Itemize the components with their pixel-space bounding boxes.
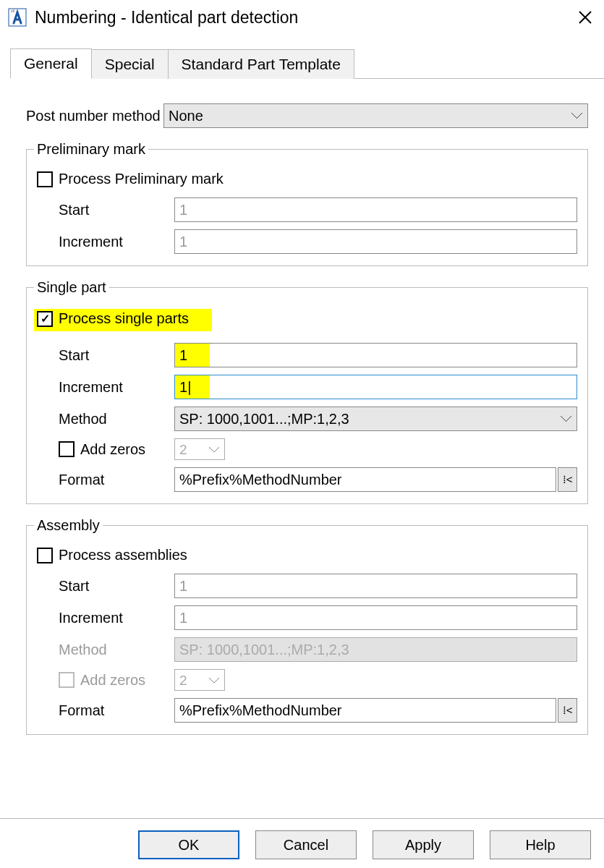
process-assembly-checkbox[interactable] (37, 548, 53, 563)
tab-general[interactable]: General (10, 48, 92, 79)
assembly-start-input (174, 574, 577, 598)
post-number-method-row: Post number method None (26, 103, 588, 128)
window-title: Numbering - Identical part detection (33, 8, 569, 27)
process-single-label: Process single parts (59, 310, 189, 327)
single-start-label: Start (37, 347, 174, 364)
single-start-input[interactable] (174, 343, 577, 367)
preliminary-mark-group: Preliminary mark Process Preliminary mar… (26, 141, 588, 266)
single-add-zeros-label: Add zeros (80, 441, 145, 458)
assembly-format-label: Format (37, 702, 174, 719)
assembly-format-picker-button[interactable]: ⁞< (558, 698, 577, 723)
process-single-row[interactable]: Process single parts (37, 309, 577, 331)
assembly-increment-label: Increment (37, 610, 174, 626)
assembly-method-label: Method (37, 642, 174, 658)
single-format-input[interactable] (174, 467, 556, 492)
titlebar: stl Numbering - Identical part detection (0, 0, 604, 35)
svg-text:stl: stl (11, 9, 14, 13)
single-format-label: Format (37, 472, 174, 488)
assembly-method-select: SP: 1000,1001...;MP:1,2,3 (174, 637, 577, 662)
process-assembly-label: Process assemblies (59, 547, 187, 563)
process-preliminary-checkbox[interactable] (37, 171, 53, 187)
preliminary-start-label: Start (37, 202, 174, 218)
assembly-legend: Assembly (34, 517, 103, 534)
post-number-method-select[interactable]: None (163, 103, 588, 128)
close-icon (578, 10, 592, 25)
single-method-label: Method (37, 411, 174, 427)
form-area: Post number method None Preliminary mark… (0, 79, 604, 735)
button-bar: OK Cancel Apply Help (0, 818, 604, 859)
assembly-format-input[interactable] (174, 698, 556, 723)
single-increment-value: 1| (175, 375, 210, 399)
single-add-zeros-checkbox[interactable] (59, 441, 75, 457)
assembly-zeros-select: 2 (174, 669, 225, 691)
app-icon: stl (7, 7, 27, 27)
process-single-checkbox[interactable] (37, 311, 53, 327)
process-preliminary-row[interactable]: Process Preliminary mark (37, 171, 577, 187)
single-part-legend: Single part (34, 279, 109, 296)
assembly-increment-input (174, 605, 577, 630)
tab-special[interactable]: Special (91, 49, 169, 79)
preliminary-increment-input (174, 229, 577, 254)
assembly-add-zeros-label: Add zeros (80, 672, 145, 689)
single-increment-input[interactable] (174, 375, 577, 399)
apply-button[interactable]: Apply (373, 830, 474, 859)
post-number-method-label: Post number method (26, 108, 163, 124)
tab-row: General Special Standard Part Template (10, 48, 604, 79)
preliminary-start-input (174, 197, 577, 222)
help-button[interactable]: Help (490, 830, 591, 859)
process-preliminary-label: Process Preliminary mark (59, 171, 224, 187)
preliminary-mark-legend: Preliminary mark (34, 141, 148, 158)
assembly-group: Assembly Process assemblies Start Increm… (26, 517, 588, 735)
picker-icon: ⁞< (563, 704, 573, 717)
single-part-group: Single part Process single parts Start 1… (26, 279, 588, 504)
single-format-picker-button[interactable]: ⁞< (558, 467, 577, 492)
close-button[interactable] (569, 1, 601, 33)
ok-button[interactable]: OK (138, 830, 239, 859)
picker-icon: ⁞< (563, 473, 573, 486)
tab-standard-part-template[interactable]: Standard Part Template (168, 49, 354, 79)
single-method-select[interactable]: SP: 1000,1001...;MP:1,2,3 (174, 407, 577, 431)
single-start-value: 1 (175, 344, 210, 367)
process-assembly-row[interactable]: Process assemblies (37, 547, 577, 563)
assembly-start-label: Start (37, 578, 174, 595)
single-increment-label: Increment (37, 379, 174, 396)
single-zeros-select: 2 (174, 438, 225, 460)
assembly-add-zeros-checkbox (59, 672, 75, 688)
cancel-button[interactable]: Cancel (255, 830, 357, 859)
preliminary-increment-label: Increment (37, 234, 174, 250)
